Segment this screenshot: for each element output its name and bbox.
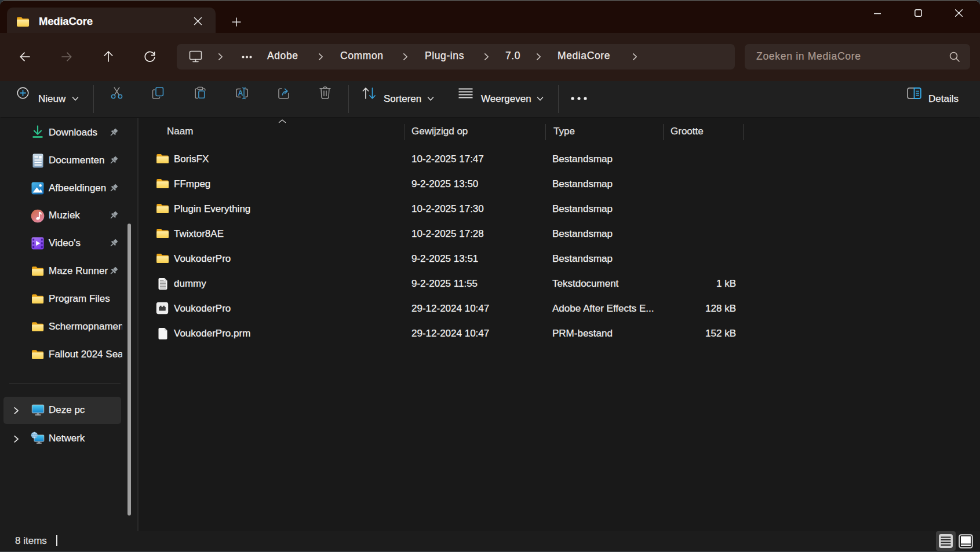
svg-text:A: A	[238, 89, 243, 97]
